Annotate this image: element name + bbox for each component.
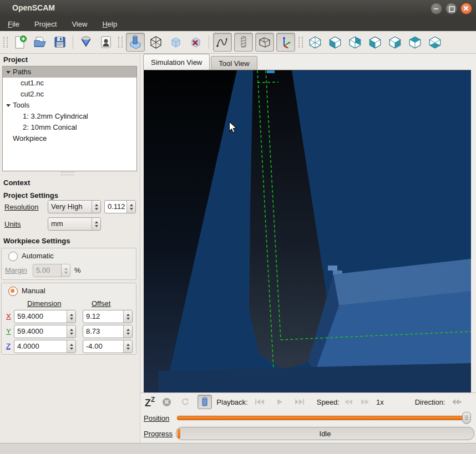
open-folder-icon (33, 35, 47, 49)
pause-tool-toggle-button[interactable] (198, 395, 212, 409)
tab-label: Tool View (219, 59, 249, 68)
speed-label: Speed: (317, 398, 340, 406)
z-offset-spinner[interactable]: -4.00 (83, 340, 133, 353)
minimize-icon[interactable] (431, 3, 442, 14)
show-wire-bounds-toggle-button[interactable] (255, 33, 274, 52)
view-cube-front-icon (328, 35, 342, 49)
units-value: mm (48, 218, 92, 230)
wire-cube-icon (257, 35, 272, 49)
menubar: File Project View Help (0, 17, 476, 31)
tree-item-tool1[interactable]: 1: 3.2mm Cylindrical (3, 111, 136, 122)
tree-item-cut2[interactable]: cut2.nc (3, 89, 136, 100)
resolution-combo[interactable]: Very High (48, 200, 101, 213)
expand-arrow-icon[interactable] (6, 104, 11, 107)
toolbar-handle[interactable] (118, 37, 123, 48)
smooth-sleep-icon[interactable]: ZZ (145, 396, 155, 408)
titlebar[interactable]: OpenSCAM (0, 0, 476, 17)
view-cube-left-icon (368, 35, 382, 49)
speed-down-icon[interactable] (344, 399, 353, 405)
tree-item-label: Paths (13, 67, 31, 78)
show-axes-toggle-button[interactable] (276, 33, 295, 52)
progress-status: Idle (320, 430, 331, 438)
y-dimension-spinner[interactable]: 59.4000 (14, 325, 76, 338)
toolbar-handle[interactable] (3, 37, 8, 48)
expand-arrow-icon[interactable] (6, 71, 11, 74)
new-file-button[interactable] (11, 33, 29, 51)
open-file-button[interactable] (31, 33, 49, 51)
show-toolpath-toggle-button[interactable] (213, 33, 232, 52)
maximize-icon[interactable] (445, 3, 457, 14)
close-icon[interactable] (460, 3, 472, 14)
view-right-button[interactable] (386, 33, 404, 51)
view-cube-bottom-icon (428, 35, 442, 49)
margin-spinner[interactable]: 5.00 (33, 264, 70, 277)
clear-surface-button[interactable] (187, 33, 205, 51)
resolution-number-spinner[interactable]: 0.112 (104, 200, 136, 213)
spin-arrows-icon[interactable] (67, 340, 75, 353)
position-slider-handle[interactable] (462, 412, 471, 424)
toolbar-handle[interactable] (298, 37, 303, 48)
speed-up-icon[interactable] (361, 399, 369, 405)
combo-arrows-icon[interactable] (92, 218, 100, 230)
view-front-button[interactable] (326, 33, 344, 51)
playback-toolbar: ZZ Playback: Speed: (140, 392, 476, 411)
tree-item-cut1[interactable]: cut1.nc (3, 78, 136, 89)
spin-arrows-icon[interactable] (123, 325, 132, 338)
view-isometric-button[interactable] (306, 33, 324, 51)
show-surface-button[interactable] (167, 33, 185, 51)
x-dimension-spinner[interactable]: 59.4000 (14, 310, 76, 323)
tab-simulation-view[interactable]: Simulation View (143, 54, 210, 70)
spin-arrows-icon[interactable] (67, 325, 75, 338)
toolbar (0, 31, 476, 54)
workpiece-bounds-button[interactable] (147, 33, 165, 51)
manual-radio[interactable] (8, 287, 18, 296)
menu-file[interactable]: File (8, 20, 19, 28)
direction-toggle-icon[interactable] (451, 398, 462, 406)
position-slider[interactable] (177, 416, 469, 420)
play-icon[interactable] (276, 398, 283, 406)
view-bottom-button[interactable] (426, 33, 444, 51)
tree-item-label: Tools (13, 100, 29, 111)
show-tool-toggle-button[interactable] (126, 33, 145, 52)
mesh-box-icon (149, 35, 163, 49)
tree-item-paths[interactable]: Paths (3, 67, 136, 78)
automatic-radio[interactable] (8, 252, 18, 261)
y-offset-spinner[interactable]: 8.73 (83, 325, 133, 338)
tree-item-tool2[interactable]: 2: 10mm Conical (3, 122, 136, 133)
view-top-button[interactable] (406, 33, 424, 51)
spin-arrows-icon[interactable] (123, 310, 132, 323)
about-button[interactable] (97, 33, 115, 51)
z-dimension-spinner[interactable]: 4.0000 (14, 340, 76, 353)
tree-item-tools[interactable]: Tools (3, 100, 136, 111)
spin-arrows-icon[interactable] (126, 201, 135, 213)
view-area: Simulation View Tool View ZZ (140, 54, 476, 443)
dimension-header: Dimension (27, 299, 61, 308)
x-offset-spinner[interactable]: 9.12 (83, 310, 133, 323)
menu-help[interactable]: Help (102, 20, 117, 28)
units-label: Units (4, 220, 21, 228)
reload-icon[interactable] (181, 397, 190, 406)
menu-view[interactable]: View (72, 20, 87, 28)
skip-to-end-icon[interactable] (295, 398, 305, 406)
skip-to-start-icon[interactable] (255, 398, 265, 406)
splitter-handle[interactable] (61, 172, 74, 175)
tab-tool-view[interactable]: Tool View (211, 56, 257, 70)
stop-icon[interactable] (163, 398, 171, 406)
units-combo[interactable]: mm (48, 217, 101, 231)
view-back-button[interactable] (346, 33, 364, 51)
project-panel-title: Project (3, 55, 28, 64)
z-dimension-value: 4.0000 (14, 340, 67, 353)
project-tree[interactable]: Paths cut1.nc cut2.nc Tools 1: 3.2mm Cyl… (2, 66, 137, 171)
export-tool-button[interactable] (77, 33, 95, 51)
margin-value: 5.00 (33, 264, 61, 277)
tree-item-workpiece[interactable]: Workpiece (3, 133, 136, 144)
view-left-button[interactable] (366, 33, 384, 51)
spin-arrows-icon[interactable] (123, 340, 132, 353)
menu-project[interactable]: Project (34, 20, 57, 28)
combo-arrows-icon[interactable] (92, 201, 100, 213)
show-tool-model-toggle-button[interactable] (234, 33, 253, 52)
simulation-3d-viewport[interactable] (144, 70, 471, 393)
manual-group: Manual Dimension Offset X 59.4000 9.12 Y… (1, 283, 136, 355)
spin-arrows-icon[interactable] (67, 310, 75, 323)
save-file-button[interactable] (51, 33, 69, 51)
